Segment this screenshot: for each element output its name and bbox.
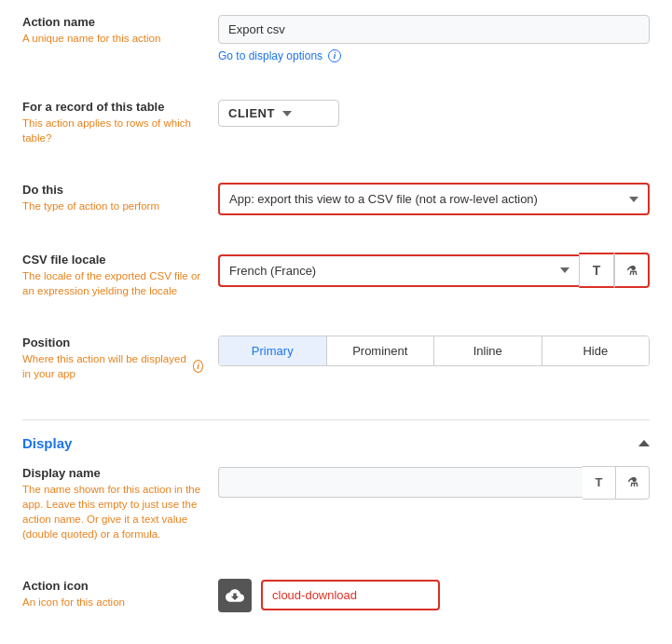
action-icon-control xyxy=(218,579,650,612)
action-icon-input[interactable] xyxy=(261,580,440,610)
display-name-row: Display name The name shown for this act… xyxy=(22,466,650,560)
action-icon-label: Action icon xyxy=(22,579,203,593)
record-table-label: For a record of this table xyxy=(22,100,203,114)
cloud-download-svg xyxy=(226,586,244,605)
position-desc: Where this action will be displayed in y… xyxy=(22,351,189,381)
record-table-row: For a record of this table This action a… xyxy=(22,100,650,164)
action-icon-row xyxy=(218,579,650,612)
goto-display-row: Go to display options i xyxy=(218,49,650,62)
action-name-control: Go to display options i xyxy=(218,15,650,62)
display-collapse-icon[interactable] xyxy=(638,440,650,446)
do-this-row: Do this The type of action to perform Ap… xyxy=(22,183,650,234)
display-t-icon: T xyxy=(596,475,603,489)
action-icon-row-section: Action icon An icon for this action xyxy=(22,579,650,631)
display-name-flask-button[interactable]: ⚗ xyxy=(616,466,650,500)
locale-select[interactable]: French (France) xyxy=(218,254,579,287)
position-label-col: Position Where this action will be displ… xyxy=(22,336,218,381)
action-name-label-col: Action name A unique name for this actio… xyxy=(22,15,218,46)
position-row: Position Where this action will be displ… xyxy=(22,336,650,400)
action-name-label: Action name xyxy=(22,15,203,29)
action-icon-label-col: Action icon An icon for this action xyxy=(22,579,218,610)
display-name-input[interactable] xyxy=(218,467,583,498)
section-divider xyxy=(22,419,650,420)
chevron-down-icon xyxy=(282,111,292,116)
display-name-desc: The name shown for this action in the ap… xyxy=(22,482,203,541)
do-this-select[interactable]: App: export this view to a CSV file (not… xyxy=(218,183,650,215)
record-table-control: CLIENT xyxy=(218,100,650,127)
display-name-label-col: Display name The name shown for this act… xyxy=(22,466,218,541)
t-icon: T xyxy=(593,263,601,278)
do-this-desc: The type of action to perform xyxy=(22,199,203,213)
display-flask-icon: ⚗ xyxy=(627,475,638,489)
csv-locale-label-col: CSV file locale The locale of the export… xyxy=(22,253,218,298)
locale-flask-button[interactable]: ⚗ xyxy=(614,253,650,288)
csv-locale-row: CSV file locale The locale of the export… xyxy=(22,253,650,317)
record-table-label-col: For a record of this table This action a… xyxy=(22,100,218,145)
position-group: Primary Prominent Inline Hide xyxy=(218,336,650,366)
record-table-desc: This action applies to rows of which tab… xyxy=(22,116,203,145)
do-this-value: App: export this view to a CSV file (not… xyxy=(229,192,538,206)
position-inline-button[interactable]: Inline xyxy=(434,336,542,365)
action-name-row: Action name A unique name for this actio… xyxy=(22,15,650,81)
display-name-label: Display name xyxy=(22,466,203,480)
record-table-value: CLIENT xyxy=(228,106,275,120)
position-label: Position xyxy=(22,336,203,349)
position-hide-button[interactable]: Hide xyxy=(542,336,650,365)
csv-locale-control: French (France) T ⚗ xyxy=(218,253,650,288)
display-section-title: Display xyxy=(22,435,72,451)
csv-locale-label: CSV file locale xyxy=(22,253,203,267)
goto-display-link[interactable]: Go to display options xyxy=(218,49,322,62)
do-this-label-col: Do this The type of action to perform xyxy=(22,183,218,213)
info-icon[interactable]: i xyxy=(328,49,341,62)
locale-chevron-icon xyxy=(560,267,569,273)
flask-icon: ⚗ xyxy=(626,264,638,278)
locale-t-button[interactable]: T xyxy=(579,253,614,288)
action-name-input[interactable] xyxy=(218,15,650,44)
csv-locale-desc: The locale of the exported CSV file or a… xyxy=(22,268,203,298)
position-info-icon[interactable]: i xyxy=(193,360,203,373)
record-table-select[interactable]: CLIENT xyxy=(218,100,339,127)
display-section-header: Display xyxy=(22,435,650,451)
action-icon-desc: An icon for this action xyxy=(22,595,203,610)
locale-row: French (France) T ⚗ xyxy=(218,253,650,288)
display-name-control: T ⚗ xyxy=(218,466,650,500)
cloud-download-icon-button[interactable] xyxy=(218,579,252,612)
action-name-desc: A unique name for this action xyxy=(22,31,203,46)
position-primary-button[interactable]: Primary xyxy=(219,336,327,365)
do-this-label: Do this xyxy=(22,183,203,197)
do-this-control: App: export this view to a CSV file (not… xyxy=(218,183,650,215)
position-control: Primary Prominent Inline Hide xyxy=(218,336,650,366)
position-prominent-button[interactable]: Prominent xyxy=(327,336,435,365)
locale-value: French (France) xyxy=(229,264,316,278)
display-name-input-row: T ⚗ xyxy=(218,466,650,500)
display-name-t-button[interactable]: T xyxy=(583,466,616,500)
do-this-chevron-icon xyxy=(629,197,638,202)
